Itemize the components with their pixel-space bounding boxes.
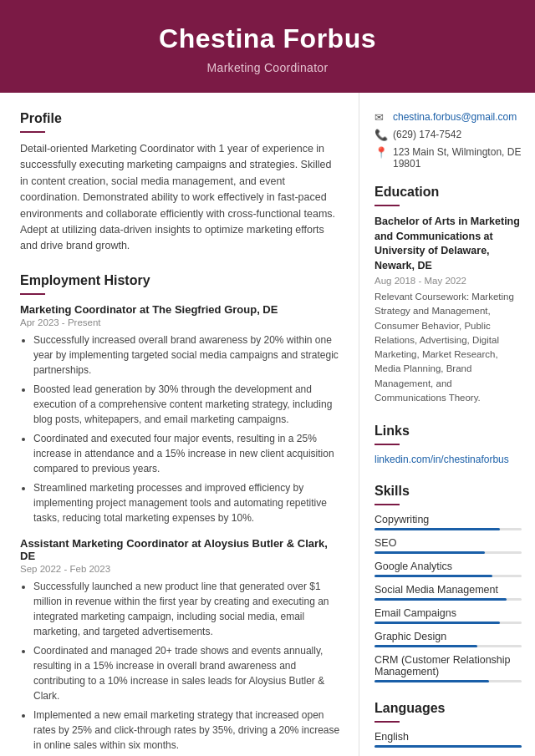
left-column: Profile Detail-oriented Marketing Coordi… [0,93,359,756]
skill-bar-fill [374,528,500,530]
list-item: Successfully increased overall brand awa… [33,332,340,378]
address-text: 123 Main St, Wilmington, DE 19801 [393,146,522,170]
skill-item: Google Analytics [374,561,522,577]
linkedin-link[interactable]: linkedin.com/in/chestinaforbus [374,454,522,465]
skill-bar-fill [374,551,485,554]
skill-bar-bg [374,551,522,554]
language-bar-fill [374,745,522,748]
skill-bar-bg [374,680,522,682]
skill-item: Social Media Management [374,584,522,601]
job-1-title: Marketing Coordinator at The Siegfried G… [20,303,340,316]
skill-bar-bg [374,645,522,647]
skill-bar-fill [374,645,477,647]
skill-name: Copywriting [374,514,522,525]
skill-name: Google Analytics [374,561,522,572]
contact-phone-item: 📞 (629) 174-7542 [374,129,522,141]
links-divider [374,444,400,445]
language-item: English [374,731,522,748]
employment-section: Employment History Marketing Coordinator… [20,273,340,756]
skills-title: Skills [374,484,522,499]
job-1-bullets: Successfully increased overall brand awa… [20,332,340,525]
job-2-dates: Sep 2022 - Feb 2023 [20,564,340,574]
profile-title: Profile [20,111,340,126]
candidate-title: Marketing Coordinator [17,61,518,74]
list-item: Boosted lead generation by 30% through t… [33,382,340,427]
skill-bar-bg [374,575,522,577]
phone-text: (629) 174-7542 [393,129,461,140]
skill-item: Graphic Design [374,631,522,647]
skill-bar-bg [374,528,522,530]
edu-degree: Bachelor of Arts in Marketing and Commun… [374,215,522,273]
skill-item: CRM (Customer Relationship Management) [374,654,522,682]
skill-name: Graphic Design [374,631,522,642]
education-divider [374,205,400,206]
skill-name: Email Campaigns [374,607,522,619]
edu-coursework: Relevant Coursework: Marketing Strategy … [374,290,522,405]
profile-section: Profile Detail-oriented Marketing Coordi… [20,111,340,255]
skills-divider [374,504,400,505]
list-item: Streamlined marketing processes and impr… [33,480,340,525]
resume-header: Chestina Forbus Marketing Coordinator [0,0,535,93]
languages-title: Languages [374,701,522,716]
language-bar-bg [374,745,522,748]
edu-dates: Aug 2018 - May 2022 [374,276,522,286]
profile-divider [20,131,45,133]
contact-address-item: 📍 123 Main St, Wilmington, DE 19801 [374,146,522,170]
skill-name: Social Media Management [374,584,522,596]
skill-item: SEO [374,537,522,554]
skill-item: Copywriting [374,514,522,530]
employment-title: Employment History [20,273,340,288]
skill-name: SEO [374,537,522,549]
list-item: Implemented a new email marketing strate… [33,708,340,753]
phone-icon: 📞 [374,129,388,141]
links-title: Links [374,424,522,439]
list-item: Coordinated and executed four major even… [33,431,340,476]
skill-item: Email Campaigns [374,607,522,624]
skill-bar-bg [374,598,522,601]
skill-bar-fill [374,575,492,577]
languages-list: English Arabic [374,731,522,756]
skill-bar-fill [374,598,507,601]
location-icon: 📍 [374,146,388,159]
skills-list: Copywriting SEO Google Analytics Social … [374,514,522,682]
email-icon: ✉ [374,111,388,124]
job-2-title: Assistant Marketing Coordinator at Aloys… [20,537,340,562]
links-section: Links linkedin.com/in/chestinaforbus [374,424,522,465]
education-title: Education [374,185,522,200]
body-layout: Profile Detail-oriented Marketing Coordi… [0,93,535,756]
contact-email-item: ✉ chestina.forbus@gmail.com [374,111,522,124]
email-link[interactable]: chestina.forbus@gmail.com [393,111,517,123]
languages-divider [374,721,400,723]
languages-section: Languages English Arabic [374,701,522,756]
job-1-dates: Apr 2023 - Present [20,317,340,327]
job-1: Marketing Coordinator at The Siegfried G… [20,303,340,525]
contact-section: ✉ chestina.forbus@gmail.com 📞 (629) 174-… [374,111,522,170]
list-item: Successfully launched a new product line… [33,579,340,639]
profile-text: Detail-oriented Marketing Coordinator wi… [20,141,340,255]
list-item: Coordinated and managed 20+ trade shows … [33,643,340,703]
skill-bar-fill [374,622,500,624]
job-2: Assistant Marketing Coordinator at Aloys… [20,537,340,756]
candidate-name: Chestina Forbus [17,23,518,54]
right-column: ✉ chestina.forbus@gmail.com 📞 (629) 174-… [359,93,535,756]
skills-section: Skills Copywriting SEO Google Analytics … [374,484,522,682]
skill-bar-bg [374,622,522,624]
education-section: Education Bachelor of Arts in Marketing … [374,185,522,405]
language-name: English [374,731,522,743]
skill-name: CRM (Customer Relationship Management) [374,654,522,677]
job-2-bullets: Successfully launched a new product line… [20,579,340,756]
employment-divider [20,293,45,295]
skill-bar-fill [374,680,489,682]
